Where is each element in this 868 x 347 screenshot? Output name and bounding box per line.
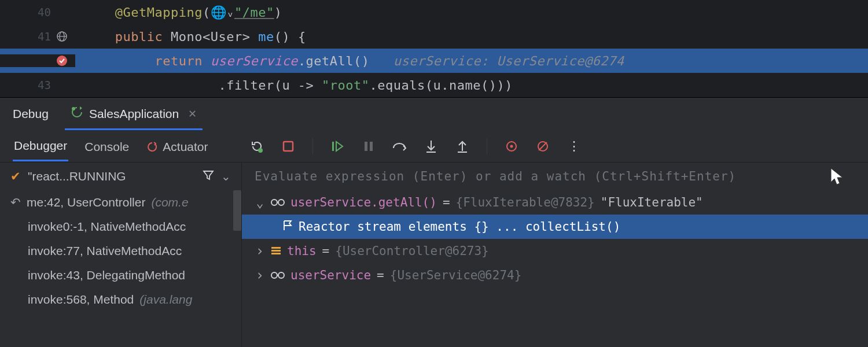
variable-row[interactable]: userService = {UserService@6274} xyxy=(242,263,868,287)
gutter: 41 xyxy=(0,30,75,43)
resume-icon[interactable] xyxy=(329,138,345,154)
filter-icon[interactable] xyxy=(203,169,214,184)
stack-frame[interactable]: ↶ me:42, UserController (com.e xyxy=(0,190,241,215)
code-text: .filter(u -> "root".equals(u.name())) xyxy=(75,78,868,93)
step-into-icon[interactable] xyxy=(423,138,439,154)
svg-point-19 xyxy=(278,200,284,205)
svg-point-24 xyxy=(271,272,277,278)
code-line-42-current[interactable]: return userService.getAll() userService:… xyxy=(0,49,868,73)
step-out-icon[interactable] xyxy=(454,138,470,154)
tab-actuator[interactable]: Actuator xyxy=(145,132,209,161)
frames-list[interactable]: ↶ me:42, UserController (com.e invoke0:-… xyxy=(0,190,241,347)
svg-line-17 xyxy=(539,142,547,150)
debug-title: Debug xyxy=(13,107,49,121)
variable-row[interactable]: userService.getAll() = {FluxIterable@783… xyxy=(242,190,868,215)
svg-point-4 xyxy=(72,107,75,110)
debug-tool-window: Debug SalesApplication ✕ Debugger Consol… xyxy=(0,97,868,347)
svg-rect-22 xyxy=(271,250,281,252)
mouse-cursor-icon xyxy=(826,166,847,192)
code-editor[interactable]: 40 @GetMapping(🌐ᵥ"/me") 41 public Mono<U… xyxy=(0,0,868,97)
variable-row[interactable]: this = {UserController@6273} xyxy=(242,239,868,263)
stack-frame[interactable]: invoke:77, NativeMethodAcc xyxy=(0,239,241,263)
svg-rect-9 xyxy=(370,142,373,151)
svg-rect-6 xyxy=(284,142,293,151)
line-number: 41 xyxy=(28,30,51,43)
separator xyxy=(312,138,313,154)
svg-rect-8 xyxy=(365,142,367,151)
debug-body: ✔ "react...RUNNING ⌄ ↶ me:42, UserContro… xyxy=(0,163,868,347)
step-over-icon[interactable] xyxy=(392,138,408,154)
line-number: 43 xyxy=(28,79,51,91)
breakpoint-icon[interactable] xyxy=(56,54,68,67)
check-icon: ✔ xyxy=(10,169,21,183)
expand-icon[interactable] xyxy=(255,267,265,283)
globe-icon: 🌐ᵥ xyxy=(211,5,234,20)
code-line-41[interactable]: 41 public Mono<User> me() { xyxy=(0,24,868,49)
mute-breakpoints-icon[interactable] xyxy=(535,138,551,154)
undo-icon: ↶ xyxy=(10,195,21,209)
debug-header: Debug SalesApplication ✕ xyxy=(0,98,868,130)
pause-icon[interactable] xyxy=(361,138,377,154)
variables-panel: Evaluate expression (Enter) or add a wat… xyxy=(242,163,868,347)
debug-toolbar: Debugger Console Actuator ⋮ xyxy=(0,130,868,163)
code-text: public Mono<User> me() { xyxy=(75,29,868,44)
code-text: return userService.getAll() userService:… xyxy=(75,54,868,68)
stack-frame[interactable]: invoke:43, DelegatingMethod xyxy=(0,263,241,287)
run-config-tab[interactable]: SalesApplication ✕ xyxy=(65,98,203,130)
more-icon[interactable]: ⋮ xyxy=(566,138,582,154)
actuator-icon xyxy=(146,141,158,153)
stack-frame[interactable]: invoke0:-1, NativeMethodAcc xyxy=(0,215,241,239)
gutter xyxy=(0,54,75,67)
stop-icon[interactable] xyxy=(280,138,296,154)
thread-label: "react...RUNNING xyxy=(28,169,196,183)
object-icon xyxy=(271,244,281,258)
code-line-40[interactable]: 40 @GetMapping(🌐ᵥ"/me") xyxy=(0,0,868,24)
watch-icon xyxy=(271,195,285,209)
flag-icon xyxy=(282,220,293,234)
svg-rect-21 xyxy=(271,247,281,249)
svg-rect-7 xyxy=(332,142,334,151)
close-icon[interactable]: ✕ xyxy=(188,108,197,120)
gutter: 40 xyxy=(0,6,75,19)
tab-console[interactable]: Console xyxy=(83,132,130,161)
gutter: 43 xyxy=(0,79,75,91)
code-text: @GetMapping(🌐ᵥ"/me") xyxy=(75,5,868,20)
tab-debugger[interactable]: Debugger xyxy=(13,131,68,161)
svg-rect-23 xyxy=(271,253,281,254)
svg-point-5 xyxy=(258,148,263,153)
rerun-icon xyxy=(71,106,83,121)
svg-point-25 xyxy=(278,272,284,278)
svg-point-15 xyxy=(510,145,513,147)
web-icon[interactable] xyxy=(56,31,68,42)
watch-icon xyxy=(271,268,285,282)
svg-point-3 xyxy=(57,56,67,66)
frames-panel: ✔ "react...RUNNING ⌄ ↶ me:42, UserContro… xyxy=(0,163,242,347)
variable-row-selected[interactable]: Reactor stream elements {} ... collectLi… xyxy=(242,215,868,239)
code-line-43[interactable]: 43 .filter(u -> "root".equals(u.name())) xyxy=(0,73,868,97)
scrollbar[interactable] xyxy=(233,190,241,231)
restart-icon[interactable] xyxy=(249,138,265,154)
evaluate-expression-input[interactable]: Evaluate expression (Enter) or add a wat… xyxy=(242,163,868,190)
expand-icon[interactable] xyxy=(255,195,265,210)
thread-selector[interactable]: ✔ "react...RUNNING ⌄ xyxy=(0,163,241,190)
expand-icon[interactable] xyxy=(255,243,265,259)
view-breakpoints-icon[interactable] xyxy=(503,138,520,154)
separator xyxy=(487,138,487,154)
stack-frame[interactable]: invoke:568, Method (java.lang xyxy=(0,287,241,312)
svg-point-18 xyxy=(271,200,277,205)
chevron-down-icon[interactable]: ⌄ xyxy=(221,169,231,183)
inline-debug-value[interactable]: userService: UserService@6274 xyxy=(393,54,624,68)
line-number: 40 xyxy=(28,6,51,19)
run-config-name: SalesApplication xyxy=(89,107,179,121)
